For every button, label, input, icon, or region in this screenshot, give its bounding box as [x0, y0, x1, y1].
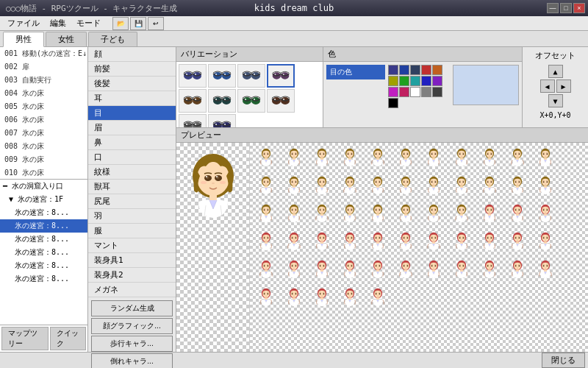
color-swatch[interactable] — [399, 76, 409, 86]
variation-item[interactable] — [208, 64, 236, 88]
toolbar-save[interactable]: 💾 — [130, 17, 146, 30]
svg-point-306 — [320, 265, 321, 266]
prop-item-眉[interactable]: 眉 — [88, 121, 176, 135]
variation-item[interactable] — [267, 64, 295, 88]
variation-item[interactable] — [237, 64, 265, 88]
prop-item-獣耳[interactable]: 獣耳 — [88, 180, 176, 194]
offset-down-button[interactable]: ▼ — [548, 94, 563, 107]
char-list-item[interactable]: 004 氷の床 — [0, 87, 87, 100]
prop-item-耳[interactable]: 耳 — [88, 91, 176, 106]
svg-point-202 — [351, 209, 352, 210]
minimize-button[interactable]: — — [547, 3, 559, 13]
variation-item[interactable] — [179, 89, 207, 113]
svg-point-216 — [431, 209, 433, 210]
tree-item[interactable]: 氷の迷宮：8... — [0, 233, 87, 246]
variation-item[interactable] — [267, 89, 295, 113]
tree-item[interactable]: 氷の迷宮：8... — [0, 206, 87, 219]
color-swatch[interactable] — [432, 65, 442, 75]
tab-female[interactable]: 女性 — [46, 32, 87, 46]
close-window-button[interactable]: × — [573, 3, 585, 13]
tab-child[interactable]: 子ども — [88, 32, 137, 46]
toolbar-open[interactable]: 📂 — [112, 17, 129, 30]
prop-item-目[interactable]: 目 — [88, 106, 176, 121]
color-swatch[interactable] — [410, 76, 420, 86]
close-button[interactable]: 閉じる — [542, 353, 585, 368]
prop-item-鼻[interactable]: 鼻 — [88, 135, 176, 150]
char-list-item[interactable]: 006 氷の床 — [0, 113, 87, 127]
char-list-item[interactable]: 003 自動実行 — [0, 74, 87, 87]
color-swatch[interactable] — [410, 87, 420, 97]
offset-right-button[interactable]: ▶ — [556, 79, 571, 93]
window-controls: — □ × — [547, 3, 585, 13]
prop-item-装身具1[interactable]: 装身具1 — [88, 253, 176, 268]
char-list-item[interactable]: 008 氷の床 — [0, 140, 87, 153]
title-bar: ○○○物語 - RPGツクール - キャラクター生成 kids dream cl… — [0, 0, 588, 16]
color-swatch[interactable] — [432, 87, 442, 97]
color-swatch[interactable] — [388, 76, 398, 86]
menu-mode[interactable]: モード — [72, 17, 105, 29]
action-btn[interactable]: 歩行キャラ... — [91, 336, 173, 352]
color-list-item-eye[interactable]: 目の色 — [326, 65, 385, 79]
svg-point-97 — [379, 153, 380, 155]
prop-item-メガネ[interactable]: メガネ — [88, 283, 176, 297]
svg-point-182 — [546, 181, 548, 183]
char-list-item[interactable]: 010 氷の床 — [0, 166, 87, 180]
tab-quick[interactable]: クイック — [50, 327, 86, 350]
svg-point-322 — [406, 265, 408, 266]
color-swatch[interactable] — [388, 87, 398, 97]
offset-up-button[interactable]: ▲ — [548, 65, 563, 78]
offset-left-button[interactable]: ◀ — [540, 79, 555, 93]
prop-item-服[interactable]: 服 — [88, 224, 176, 238]
tree-item[interactable]: 氷の迷宮：8... — [0, 219, 87, 233]
menu-edit[interactable]: 編集 — [46, 17, 71, 29]
variation-item[interactable] — [179, 114, 207, 127]
tab-maptree[interactable]: マップツリー — [1, 327, 49, 350]
prop-item-前髪[interactable]: 前髪 — [88, 62, 176, 77]
tree-item[interactable]: 氷の迷宮：8... — [0, 259, 87, 272]
prop-item-紋様[interactable]: 紋様 — [88, 165, 176, 180]
color-swatch[interactable] — [421, 76, 431, 86]
svg-point-256 — [348, 237, 349, 238]
prop-item-尻尾[interactable]: 尻尾 — [88, 194, 176, 209]
variation-item[interactable] — [208, 89, 236, 113]
color-swatch[interactable] — [388, 98, 398, 108]
char-list-item[interactable]: 009 氷の床 — [0, 153, 87, 166]
maximize-button[interactable]: □ — [560, 3, 572, 13]
char-list-item[interactable]: 005 氷の床 — [0, 100, 87, 113]
action-btn[interactable]: ランダム生成 — [91, 300, 173, 316]
char-list-item[interactable]: 001 移動(水の迷宮：E↓ — [0, 47, 87, 60]
color-swatch[interactable] — [410, 65, 420, 75]
tree-item[interactable]: 氷の迷宮：8... — [0, 246, 87, 259]
color-swatch[interactable] — [399, 65, 409, 75]
color-swatch[interactable] — [421, 87, 431, 97]
char-list-item[interactable]: 002 扉 — [0, 60, 87, 74]
sprite-cell — [365, 174, 391, 200]
color-swatch[interactable] — [399, 87, 409, 97]
action-btn[interactable]: 顔グラフィック... — [91, 318, 173, 334]
variation-item[interactable] — [179, 64, 207, 88]
action-btn[interactable]: 倒れキャラ... — [91, 353, 173, 368]
color-swatch[interactable] — [388, 65, 398, 75]
color-swatch[interactable] — [432, 76, 442, 86]
prop-item-装身具2[interactable]: 装身具2 — [88, 268, 176, 283]
prop-item-マント[interactable]: マント — [88, 238, 176, 253]
variation-item[interactable] — [237, 89, 265, 113]
toolbar-undo[interactable]: ↩ — [148, 17, 164, 30]
svg-point-252 — [323, 237, 324, 238]
offset-up-row: ▲ — [548, 65, 563, 78]
color-swatch[interactable] — [421, 65, 431, 75]
svg-point-132 — [267, 181, 268, 183]
prop-item-口[interactable]: 口 — [88, 150, 176, 165]
tree-item[interactable]: 氷の迷宮：8... — [0, 272, 87, 286]
svg-point-81 — [292, 153, 293, 155]
char-list-item[interactable]: 007 氷の床 — [0, 127, 87, 140]
prop-item-羽[interactable]: 羽 — [88, 209, 176, 224]
tab-male[interactable]: 男性 — [3, 32, 44, 47]
svg-point-206 — [376, 209, 377, 210]
tree-item[interactable]: ━ 水の洞窟入り口 — [0, 180, 87, 193]
tree-item[interactable]: ▼ 氷の迷宮：1F — [0, 193, 87, 206]
prop-item-顔[interactable]: 顔 — [88, 47, 176, 62]
variation-item[interactable] — [208, 114, 236, 127]
menu-file[interactable]: ファイル — [3, 17, 44, 29]
prop-item-後髪[interactable]: 後髪 — [88, 77, 176, 91]
